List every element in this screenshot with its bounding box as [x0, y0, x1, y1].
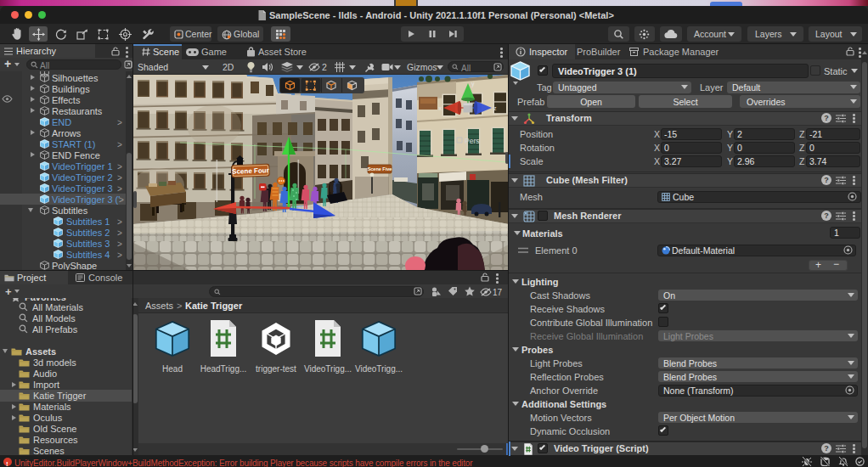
svg-text:y: y	[471, 81, 475, 87]
svg-text:Scene Five: Scene Five	[368, 166, 392, 172]
svg-text:Scene Four: Scene Four	[232, 166, 269, 176]
svg-text:Pers: Pers	[465, 137, 479, 145]
svg-text:x: x	[439, 105, 442, 111]
svg-text:z: z	[493, 105, 497, 111]
